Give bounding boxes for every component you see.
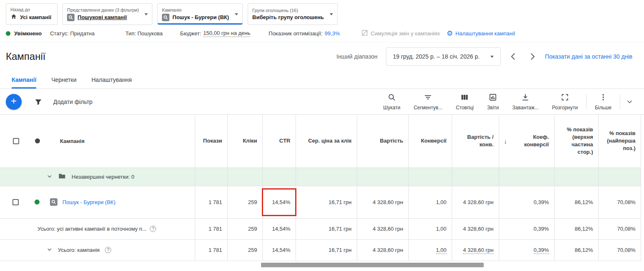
total-label: Усього: усі активні кампанії в поточному…	[37, 226, 147, 232]
header-clicks[interactable]: Кліки	[227, 115, 262, 168]
back-value: Усі кампанії	[20, 14, 51, 20]
date-range-picker[interactable]: 19 груд. 2025 р. – 18 січ. 2026 р.	[386, 47, 501, 66]
campaign-settings-label: Налаштування кампанії	[455, 30, 515, 37]
horizontal-scrollbar-thumb[interactable]	[261, 263, 484, 267]
tab-settings[interactable]: Налаштування	[92, 71, 132, 89]
cell-cost-per-conv: 4 328,60 грн	[452, 186, 499, 218]
search-campaign-type-icon	[162, 14, 169, 21]
cell-ctr: 14,54%	[262, 218, 296, 239]
cell-avg-cpc: 16,71 грн	[296, 239, 357, 261]
drafts-cell: Незавершені чернетки: 0	[0, 168, 195, 186]
cell-conv-rate: 0,39%	[499, 186, 554, 218]
ad-groups-dropdown[interactable]: Групи оголошень (16) Виберіть групу огол…	[248, 3, 338, 25]
cell-conv-rate: 0,39%	[499, 218, 554, 239]
cell-clicks: 259	[227, 186, 262, 218]
page-title: Кампанії	[6, 51, 45, 62]
toolbar-divider	[620, 94, 620, 109]
cell-cost-per-conv: 4 328,60 грн	[452, 239, 499, 261]
data-view-dropdown[interactable]: Представлення даних (3 фільтри) Пошукові…	[62, 3, 152, 25]
header-avg-cpc[interactable]: Сер. ціна за клік	[296, 115, 357, 168]
plus-icon	[10, 97, 17, 106]
cell-cost: 4 328,60 грн	[357, 218, 408, 239]
total-label-cell: Усього: кампанія ?	[0, 239, 195, 261]
cell-conversions: 1,00	[408, 218, 452, 239]
cell-impr-first: 70,08%	[598, 239, 641, 261]
tab-campaigns[interactable]: Кампанії	[12, 71, 36, 89]
header-impr-top[interactable]: % показів (верхня частина стор.)	[554, 115, 598, 168]
help-icon[interactable]: ?	[105, 247, 111, 253]
reports-button[interactable]: Звіти	[480, 93, 506, 111]
row-checkbox[interactable]	[12, 199, 19, 205]
add-campaign-button[interactable]	[6, 94, 22, 110]
collapse-toolbar-chevron-icon[interactable]	[626, 98, 633, 105]
back-to-all-campaigns-button[interactable]: Назад до Усі кампанії	[6, 3, 57, 25]
folder-icon	[58, 173, 66, 180]
top-navigation-bar: Назад до Усі кампанії Представлення дани…	[0, 0, 644, 25]
cell-cost-per-conv: 4 328,60 грн	[452, 218, 499, 239]
campaign-header-label: Кампанія	[60, 138, 85, 144]
campaign-dropdown[interactable]: Кампанія Пошук - Бургери (ВК)	[157, 3, 243, 25]
expand-button[interactable]: Розгорнути	[545, 93, 584, 111]
help-icon[interactable]: ?	[150, 226, 156, 232]
campaign-settings-link[interactable]: ⚙ Налаштування кампанії	[447, 30, 515, 37]
header-impr-first[interactable]: % показів (найперша поз.)	[598, 115, 641, 168]
cell-clicks: 259	[227, 218, 262, 239]
date-range-value: 19 груд. 2025 р. – 18 січ. 2026 р.	[393, 53, 480, 60]
status-column-icon	[35, 138, 40, 143]
chevron-down-icon	[490, 56, 494, 58]
cell-avg-cpc: 16,71 грн	[296, 186, 357, 218]
header-ctr[interactable]: CTR	[262, 115, 296, 168]
toolbar-divider	[586, 94, 587, 109]
campaign-row: Пошук - Бургери (ВК) 1 781 259 14,54% 16…	[0, 186, 641, 218]
segment-button[interactable]: Сегментув...	[407, 93, 449, 111]
enabled-status-icon[interactable]	[35, 200, 40, 204]
header-conversions[interactable]: Конверсії	[408, 115, 452, 168]
cell-conversions: 1,00	[408, 186, 452, 218]
columns-icon	[460, 93, 469, 103]
more-icon	[599, 93, 607, 103]
header-impressions[interactable]: Покази	[195, 115, 227, 168]
optimization-value[interactable]: 99,3%	[325, 30, 340, 37]
more-button[interactable]: Більше	[588, 93, 618, 111]
next-period-button[interactable]	[530, 53, 535, 60]
budget-text[interactable]: Бюджет: 150,00 грн на день	[180, 30, 251, 37]
cell-impressions: 1 781	[195, 186, 227, 218]
optimization-score[interactable]: Показник оптимізації: 99,3%	[269, 30, 340, 37]
empty-cell	[408, 168, 452, 186]
campaign-header-cell: Кампанія	[0, 115, 195, 168]
header-conv-rate[interactable]: ↓ Коеф. конверсії	[499, 115, 554, 168]
chevron-down-icon[interactable]	[47, 173, 52, 180]
expand-icon	[561, 93, 569, 103]
campaign-link[interactable]: Пошук - Бургери (ВК)	[62, 199, 115, 205]
optimization-label: Показник оптимізації:	[269, 30, 322, 37]
cell-impressions: 1 781	[195, 218, 227, 239]
search-button[interactable]: Шукати	[377, 93, 407, 111]
chevron-down-icon	[330, 13, 333, 15]
add-filter-button[interactable]: Додати фільтр	[53, 99, 92, 105]
cell-impr-top: 86,12%	[554, 186, 598, 218]
tab-bar: Кампанії Чернетки Налаштування	[0, 71, 644, 89]
cell-impr-first: 70,08%	[598, 186, 641, 218]
cell-ctr: 14,54%	[262, 239, 296, 261]
campaigns-table: Кампанія Покази Кліки CTR Сер. ціна за к…	[0, 115, 641, 261]
segment-icon	[424, 93, 432, 103]
enabled-status[interactable]: Увімкнено	[6, 30, 42, 37]
download-button[interactable]: Завантаж...	[506, 93, 546, 111]
google-ads-app: Назад до Усі кампанії Представлення дани…	[0, 0, 644, 271]
cell-conversions: 1,00	[408, 239, 452, 261]
enabled-status-label: Увімкнено	[14, 30, 42, 37]
budget-value[interactable]: 150,00 грн на день	[203, 30, 250, 37]
header-cost-per-conv[interactable]: Вартість / конв.	[452, 115, 499, 168]
unfinished-drafts-row: Незавершені чернетки: 0	[0, 168, 641, 186]
columns-button[interactable]: Стовпці	[449, 93, 480, 111]
total-label-cell: Усього: усі активні кампанії в поточному…	[0, 218, 195, 239]
filter-icon[interactable]	[34, 98, 42, 106]
select-all-checkbox[interactable]	[13, 138, 19, 144]
previous-period-button[interactable]	[511, 53, 515, 60]
chevron-down-icon[interactable]	[47, 246, 52, 254]
empty-cell	[296, 168, 357, 186]
header-cost[interactable]: Вартість	[357, 115, 408, 168]
show-last-30-days-link[interactable]: Показати дані за останні 30 днів	[545, 53, 632, 60]
search-campaign-type-icon	[50, 198, 57, 206]
tab-drafts[interactable]: Чернетки	[51, 71, 76, 89]
